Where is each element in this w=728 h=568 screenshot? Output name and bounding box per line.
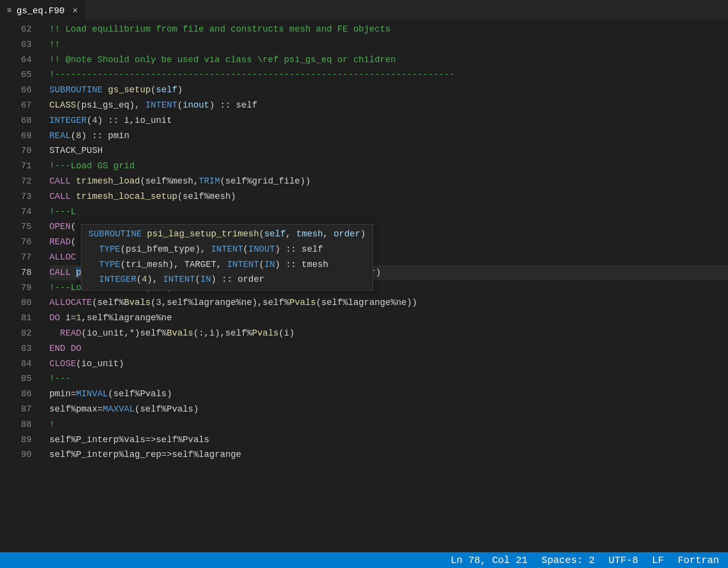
code-token: END DO [49, 343, 81, 353]
code-line[interactable]: CLASS(psi_gs_eq), INTENT(inout) :: self [49, 98, 728, 113]
code-line[interactable]: SUBROUTINE gs_setup(self) [49, 82, 728, 98]
code-line[interactable]: CALL trimesh_load(self%mesh,TRIM(self%gr… [49, 174, 728, 189]
code-token: ) :: i,io_unit [97, 115, 172, 125]
code-line[interactable]: !! [49, 37, 728, 52]
tab-file-name: gs_eq.F90 [17, 6, 65, 16]
code-token: ) [360, 229, 366, 239]
code-token: (i) [279, 328, 295, 338]
code-line[interactable]: !---------------------------------------… [49, 67, 728, 82]
close-icon[interactable]: × [73, 6, 78, 16]
line-number: 64 [0, 52, 32, 68]
code-token: IN [265, 260, 275, 269]
line-number: 70 [0, 143, 32, 158]
code-token: ) [177, 85, 183, 95]
code-token: (io_unit) [76, 359, 124, 369]
code-token: ) :: self [209, 100, 257, 110]
code-line[interactable]: self%pmax=MAXVAL(self%Pvals) [49, 402, 728, 417]
code-token: gs_setup [108, 85, 151, 95]
code-token: STACK_PUSH [49, 146, 103, 155]
code-token: CLASS [49, 100, 76, 110]
code-token: ) :: tmesh [275, 260, 328, 269]
code-line[interactable]: END DO [49, 341, 728, 356]
code-line[interactable]: ALLOCATE(self%Bvals(3,self%lagrange%ne),… [49, 295, 728, 310]
code-line[interactable]: !! Load equilibrium from file and constr… [49, 22, 728, 37]
code-token: ( [177, 100, 183, 110]
code-line[interactable]: pmin=MINVAL(self%Pvals) [49, 386, 728, 402]
code-token: (self%mesh) [177, 191, 236, 201]
code-line[interactable]: !--- [49, 371, 728, 386]
code-token: 1 [76, 313, 81, 323]
code-token: (self%mesh, [140, 176, 199, 186]
code-line[interactable]: REAL(8) :: pmin [49, 128, 728, 144]
line-number: 68 [0, 113, 32, 128]
code-token [71, 267, 76, 277]
code-token: (:,i),self% [193, 328, 252, 338]
code-line[interactable]: self%P_interp%lag_rep=>self%lagrange [49, 447, 728, 462]
line-number: 62 [0, 22, 32, 37]
code-line[interactable]: CLOSE(io_unit) [49, 356, 728, 372]
line-number-gutter: 6263646566676869707172737475767778798081… [0, 22, 40, 552]
code-token: , [286, 229, 297, 239]
status-encoding[interactable]: UTF-8 [609, 555, 638, 566]
status-language[interactable]: Fortran [678, 555, 719, 566]
code-token: trimesh_load [76, 176, 140, 186]
code-line[interactable]: INTEGER(4) :: i,io_unit [49, 113, 728, 128]
status-indent[interactable]: Spaces: 2 [541, 555, 595, 566]
code-token: (io_unit,*)self% [81, 328, 167, 338]
line-number: 63 [0, 37, 32, 52]
status-lncol[interactable]: Ln 78, Col 21 [451, 555, 528, 566]
code-token: Pvals [252, 328, 279, 338]
code-token [71, 176, 76, 186]
code-token: MINVAL [76, 389, 108, 399]
code-token: ( [71, 222, 76, 231]
code-token [88, 244, 99, 254]
code-line[interactable]: READ(io_unit,*)self%Bvals(:,i),self%Pval… [49, 326, 728, 341]
code-token: ( [195, 274, 200, 284]
code-token: (self%Pvals) [108, 389, 172, 399]
line-number: 69 [0, 128, 32, 144]
line-number: 76 [0, 234, 32, 250]
line-number: 75 [0, 219, 32, 234]
code-token: (tri_mesh), TARGET, [120, 260, 227, 269]
code-line[interactable]: !! @note Should only be used via class \… [49, 52, 728, 68]
code-token: ( [71, 131, 76, 141]
code-line[interactable]: DO i=1,self%lagrange%ne [49, 310, 728, 326]
code-token: 4 [92, 115, 97, 125]
editor-area[interactable]: 6263646566676869707172737475767778798081… [0, 22, 728, 552]
code-token: order [334, 229, 360, 239]
editor-tab[interactable]: ≡ gs_eq.F90 × [0, 0, 85, 21]
code-token: pmin= [49, 389, 76, 399]
code-line[interactable]: self%P_interp%vals=>self%Pvals [49, 432, 728, 448]
code-token: ( [151, 298, 156, 307]
code-token: SUBROUTINE [49, 85, 103, 95]
code-line[interactable]: CALL trimesh_local_setup(self%mesh) [49, 189, 728, 204]
code-line[interactable]: !---Load GS grid [49, 158, 728, 174]
code-token: ! [49, 419, 55, 429]
code-token: !! @note Should only be used via class \… [49, 55, 396, 65]
code-token: REAL [49, 131, 71, 141]
code-token: inout [183, 100, 209, 110]
status-eol[interactable]: LF [652, 555, 664, 566]
line-number: 87 [0, 402, 32, 417]
code-token: (psi_gs_eq), [76, 100, 145, 110]
tab-bar: ≡ gs_eq.F90 × [0, 0, 728, 22]
code-token: CLOSE [49, 359, 76, 369]
hover-line: TYPE(psi_bfem_type), INTENT(INOUT) :: se… [88, 242, 366, 257]
line-number: 85 [0, 371, 32, 386]
code-token: Pvals [289, 298, 316, 307]
code-token: READ [49, 237, 71, 247]
code-token: TYPE [99, 260, 120, 269]
code-line[interactable]: !---L [49, 204, 728, 220]
code-line[interactable]: ! [49, 417, 728, 432]
code-token: !---Load GS grid [49, 161, 135, 171]
line-number: 84 [0, 356, 32, 372]
hover-line: SUBROUTINE psi_lag_setup_trimesh(self, t… [88, 227, 366, 242]
code-line[interactable]: STACK_PUSH [49, 143, 728, 158]
code-token: TYPE [99, 244, 120, 254]
code-token [142, 229, 147, 239]
code-token: ALLOC [49, 252, 76, 262]
code-token: ( [243, 244, 248, 254]
line-number: 67 [0, 98, 32, 113]
code-token: ( [259, 229, 265, 239]
code-token: Bvals [124, 298, 151, 307]
